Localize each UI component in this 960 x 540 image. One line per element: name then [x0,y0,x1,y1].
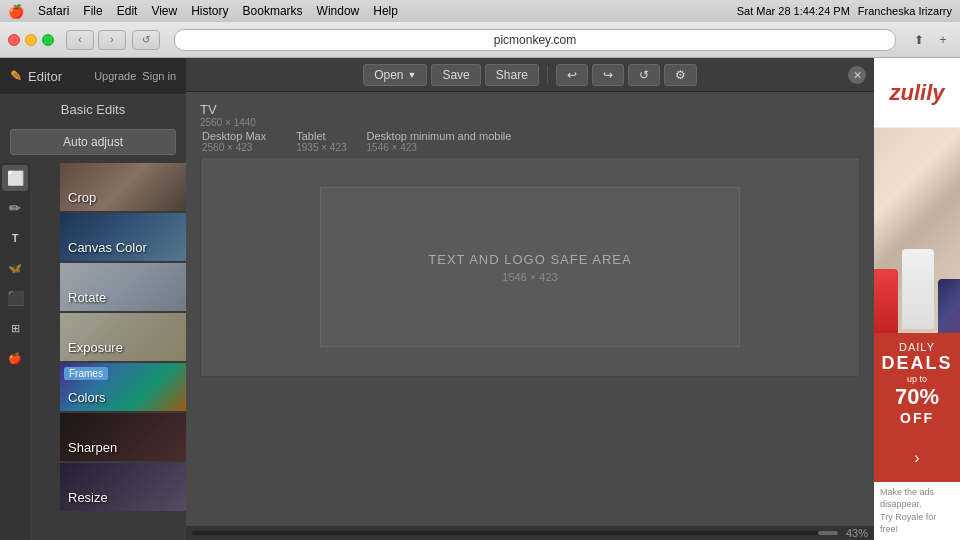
frames-tool-icon[interactable]: ⬛ [2,285,28,311]
basic-edits-title: Basic Edits [0,94,186,125]
zoom-label: 43% [846,527,868,539]
ad-footer-text: Make the ads disappear. Try Royale for f… [880,486,954,536]
menu-history[interactable]: History [191,4,228,18]
sidebar: ✎ Editor Upgrade Sign in Basic Edits Aut… [0,58,186,540]
zone-desktop-min: Desktop minimum and mobile 1546 × 423 [367,130,512,153]
auto-adjust-button[interactable]: Auto adjust [10,129,176,155]
rotate-item-label: Rotate [68,290,106,305]
apple-icon[interactable]: 🍎 [8,4,24,19]
safari-right: ⬆ + [910,31,952,49]
menu-safari[interactable]: Safari [38,4,69,18]
ad-sidebar: zulily DAILY DEALS up to 70% OFF › Make … [874,58,960,540]
new-tab-button[interactable]: + [934,31,952,49]
rotate-edit-item[interactable]: Rotate [60,263,186,311]
text-tool-icon[interactable]: T [2,225,28,251]
address-bar[interactable]: picmonkey.com [174,29,896,51]
app-container: ✎ Editor Upgrade Sign in Basic Edits Aut… [0,58,960,540]
menubar-left: 🍎 Safari File Edit View History Bookmark… [8,4,398,19]
close-button[interactable]: ✕ [848,66,866,84]
menu-window[interactable]: Window [317,4,360,18]
share-button[interactable]: Share [485,64,539,86]
exposure-edit-item[interactable]: Exposure [60,313,186,361]
save-button[interactable]: Save [431,64,480,86]
safe-area-size: 1546 × 423 [502,271,557,283]
close-window-button[interactable] [8,34,20,46]
toolbar-separator [547,66,548,84]
maximize-window-button[interactable] [42,34,54,46]
ad-cta-wrapper: › [874,434,960,482]
scroll-thumb[interactable] [818,531,838,535]
menu-help[interactable]: Help [373,4,398,18]
scroll-bar[interactable]: 43% [186,526,874,540]
reload-button[interactable]: ↺ [132,30,160,50]
zone-labels-row: Desktop Max 2560 × 423 Tablet 1935 × 423… [200,130,511,153]
textures-tool-icon[interactable]: ⊞ [2,315,28,341]
crop-item-label: Crop [68,190,96,205]
effects-tool-icon[interactable]: 🦋 [2,255,28,281]
menu-file[interactable]: File [83,4,102,18]
seasons-tool-icon[interactable]: 🍎 [2,345,28,371]
image-canvas[interactable]: TEXT AND LOGO SAFE AREA 1546 × 423 [200,157,860,377]
nav-buttons: ‹ › [66,30,126,50]
menubar: 🍎 Safari File Edit View History Bookmark… [0,0,960,22]
ad-percent-label: 70% [878,384,956,410]
colors-edit-item[interactable]: Frames Colors [60,363,186,411]
ad-cta-button[interactable]: › [903,444,931,472]
colors-item-label: Colors [68,390,106,405]
sharpen-item-label: Sharpen [68,440,117,455]
zone-tablet: Tablet 1935 × 423 [296,130,346,153]
ad-footer: Make the ads disappear. Try Royale for f… [874,482,960,540]
undo-button[interactable]: ↩ [556,64,588,86]
minimize-window-button[interactable] [25,34,37,46]
forward-button[interactable]: › [98,30,126,50]
canvas-tv-title: TV [200,102,256,117]
ad-daily-label: DAILY [878,341,956,353]
ad-off-label: OFF [878,410,956,426]
sidebar-header: ✎ Editor Upgrade Sign in [0,58,186,94]
editor-logo-icon: ✎ [10,68,22,84]
sharpen-edit-item[interactable]: Sharpen [60,413,186,461]
top-toolbar: Open ▼ Save Share ↩ ↪ ↺ ⚙ ✕ [186,58,874,92]
safari-toolbar: ‹ › ↺ picmonkey.com ⬆ + [0,22,960,58]
canvas-color-item-label: Canvas Color [68,240,147,255]
canvas-tv-size: 2560 × 1440 [200,117,256,128]
back-button[interactable]: ‹ [66,30,94,50]
ad-image [874,128,960,333]
traffic-lights [8,34,54,46]
menu-view[interactable]: View [151,4,177,18]
touch-up-tool-icon[interactable]: ✏ [2,195,28,221]
ad-deals-label: DEALS [878,353,956,374]
menubar-user: Francheska Irizarry [858,5,952,17]
menu-edit[interactable]: Edit [117,4,138,18]
edit-items-list: Crop Canvas Color Rotate Exposure Frames [60,163,186,540]
crop-edit-item[interactable]: Crop [60,163,186,211]
scroll-track [192,531,838,535]
open-button[interactable]: Open ▼ [363,64,427,86]
editor-logo-text: Editor [28,69,62,84]
ad-logo-area: zulily [874,58,960,128]
upgrade-button[interactable]: Upgrade [94,70,136,82]
settings-button[interactable]: ⚙ [664,64,697,86]
resize-item-label: Resize [68,490,108,505]
menubar-time: Sat Mar 28 1:44:24 PM [737,5,850,17]
share-button[interactable]: ⬆ [910,31,928,49]
refresh-button[interactable]: ↺ [628,64,660,86]
zone-desktop-max: Desktop Max 2560 × 423 [202,130,266,153]
redo-button[interactable]: ↪ [592,64,624,86]
canvas-label-area: TV 2560 × 1440 [200,102,256,128]
menu-bookmarks[interactable]: Bookmarks [243,4,303,18]
ad-upto-label: up to [878,374,956,384]
safe-area-label: TEXT AND LOGO SAFE AREA [428,252,631,267]
crop-tool-icon[interactable]: ⬜ [2,165,28,191]
zulily-logo: zulily [889,80,944,106]
frames-badge: Frames [64,367,108,380]
resize-edit-item[interactable]: Resize [60,463,186,511]
signin-button[interactable]: Sign in [142,70,176,82]
canvas-content[interactable]: TV 2560 × 1440 Desktop Max 2560 × 423 Ta… [186,92,874,540]
ad-deals-area: DAILY DEALS up to 70% OFF [874,333,960,434]
menubar-right: Sat Mar 28 1:44:24 PM Francheska Irizarr… [737,5,952,17]
safe-area-box: TEXT AND LOGO SAFE AREA 1546 × 423 [320,187,740,347]
canvas-color-edit-item[interactable]: Canvas Color [60,213,186,261]
canvas-area: Open ▼ Save Share ↩ ↪ ↺ ⚙ ✕ TV 2560 × 14… [186,58,874,540]
exposure-item-label: Exposure [68,340,123,355]
